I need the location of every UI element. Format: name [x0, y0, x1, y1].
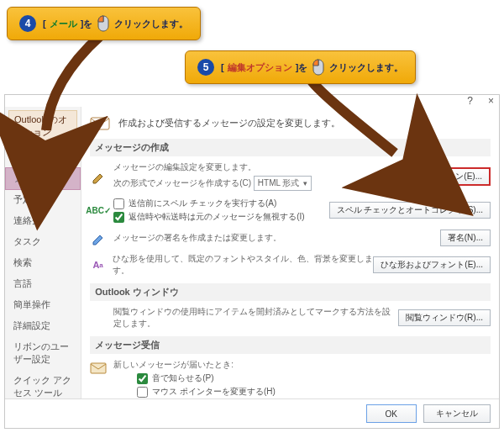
section-receive: メッセージ受信 — [90, 336, 491, 354]
section-compose: メッセージの作成 — [90, 139, 491, 156]
chk-ignore-original[interactable]: 返信時や転送時は元のメッセージを無視する(I) — [113, 211, 304, 223]
mouse-icon — [96, 14, 111, 33]
svg-rect-0 — [91, 118, 109, 129]
callout-4: 4 [ メール ]を クリックします。 — [7, 7, 201, 40]
pencil-icon — [90, 168, 107, 185]
callout-5-number: 5 — [197, 59, 214, 76]
recv-option-0[interactable]: 音で知らせる(P) — [137, 372, 491, 384]
signature-text: メッセージの署名を作成または変更します。 — [113, 232, 281, 244]
sidebar-item-1[interactable]: メール — [5, 167, 81, 190]
callout-4-pre: [ — [43, 18, 46, 29]
signature-button[interactable]: 署名(N)... — [440, 230, 491, 246]
recv-option-1[interactable]: マウス ポインターを変更する(H) — [137, 386, 491, 398]
compose-format-value: HTML 形式 — [258, 177, 300, 189]
sidebar-item-0[interactable]: 全般 — [5, 147, 81, 168]
sidebar-item-5[interactable]: 検索 — [5, 252, 81, 273]
compose-line1: メッセージの編集設定を変更します。 — [113, 161, 311, 173]
callout-4-tail: クリックします。 — [114, 18, 188, 30]
callout-5-post: ]を — [296, 61, 308, 74]
mouse-icon — [311, 58, 326, 77]
envelope-icon — [90, 115, 110, 130]
ok-button[interactable]: OK — [366, 404, 417, 423]
section-outlook-window: Outlook ウィンドウ — [90, 283, 491, 301]
help-icon[interactable]: ? — [467, 95, 473, 107]
compose-format-label: 次の形式でメッセージを作成する(C) — [113, 178, 251, 187]
svg-rect-1 — [91, 363, 106, 373]
dialog-footer: OK キャンセル — [5, 398, 499, 428]
intro-text: 作成および受信するメッセージの設定を変更します。 — [118, 117, 340, 129]
sidebar-item-3[interactable]: 連絡先 — [5, 210, 81, 231]
titlebar: ? × — [5, 95, 499, 107]
dialog-title: Outlook のオプション — [8, 110, 77, 142]
reading-pane-button[interactable]: 閲覧ウィンドウ(R)... — [398, 309, 491, 326]
callout-5: 5 [ 編集オプション ]を クリックします。 — [185, 50, 416, 84]
spellcheck-button[interactable]: スペル チェックとオートコレクト(S)... — [329, 202, 491, 219]
signature-icon — [90, 230, 107, 246]
recv-heading: 新しいメッセージが届いたとき: — [113, 359, 491, 371]
chevron-down-icon: ▾ — [303, 179, 307, 187]
new-mail-icon — [90, 359, 107, 376]
sidebar-item-4[interactable]: タスク — [5, 231, 81, 252]
sidebar-item-2[interactable]: 予定表 — [5, 189, 81, 210]
outlook-options-dialog: ? × Outlook のオプション 全般メール予定表連絡先タスク検索言語簡単操… — [4, 94, 500, 429]
callout-4-post: ]を — [81, 18, 93, 30]
sidebar-item-7[interactable]: 簡単操作 — [5, 294, 81, 315]
font-text: ひな形を使用して、既定のフォントやスタイル、色、背景を変更します。 — [113, 253, 373, 277]
reading-pane-text: 閲覧ウィンドウの使用時にアイテムを開封済みとしてマークする方法を設定します。 — [113, 306, 398, 330]
close-icon[interactable]: × — [488, 95, 494, 107]
font-icon: Aa — [90, 256, 106, 273]
compose-format-select[interactable]: HTML 形式 ▾ — [254, 176, 312, 191]
callout-5-pre: [ — [221, 62, 224, 72]
callout-5-tail: クリックします。 — [329, 61, 403, 74]
callout-4-number: 4 — [19, 15, 36, 32]
sidebar: Outlook のオプション 全般メール予定表連絡先タスク検索言語簡単操作詳細設… — [5, 107, 81, 398]
chk-spell-before-send[interactable]: 送信前にスペル チェックを実行する(A) — [113, 198, 304, 209]
callout-5-target: 編集オプション — [228, 61, 292, 74]
spellcheck-icon: ABC✓ — [90, 202, 107, 219]
callout-4-target: メール — [50, 18, 77, 30]
sidebar-item-9[interactable]: リボンのユーザー設定 — [5, 336, 81, 370]
stationery-font-button[interactable]: ひな形およびフォント(E)... — [373, 256, 491, 273]
content-pane: 作成および受信するメッセージの設定を変更します。 メッセージの作成 メッセージの… — [81, 107, 499, 398]
sidebar-item-10[interactable]: クイック アクセス ツール バー — [5, 370, 81, 398]
sidebar-item-8[interactable]: 詳細設定 — [5, 315, 81, 336]
cancel-button[interactable]: キャンセル — [423, 404, 491, 423]
sidebar-item-6[interactable]: 言語 — [5, 273, 81, 294]
editor-options-button[interactable]: 編集オプション(E)... — [396, 167, 491, 186]
